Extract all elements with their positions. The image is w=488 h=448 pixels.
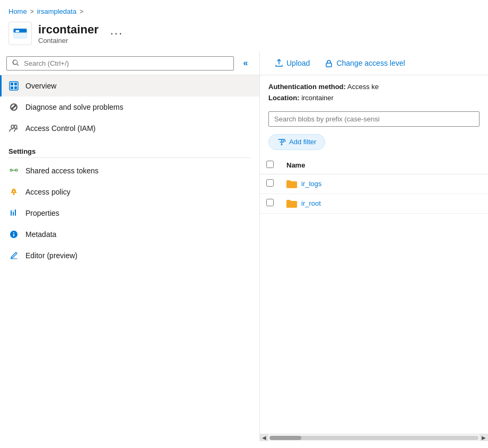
blob-search-input[interactable] xyxy=(268,111,480,127)
shared-access-icon xyxy=(8,165,19,176)
scroll-track xyxy=(269,436,478,440)
settings-divider xyxy=(8,157,251,158)
select-all-checkbox[interactable] xyxy=(266,161,274,168)
page-header: ircontainer Container ··· xyxy=(0,20,488,51)
sidebar-item-metadata[interactable]: Metadata xyxy=(0,224,259,245)
file-name-wrapper: ir_root xyxy=(286,198,482,209)
lock-icon xyxy=(325,59,333,67)
breadcrumb: Home > irsampledata > xyxy=(0,0,488,20)
change-access-label: Change access level xyxy=(336,59,405,67)
auth-method-value: Access ke xyxy=(347,83,379,91)
blob-search-area xyxy=(260,108,488,131)
upload-icon xyxy=(275,59,283,67)
sidebar: « Overview Diag xyxy=(0,51,260,441)
row-checkbox[interactable] xyxy=(266,199,274,206)
sidebar-item-diagnose-label: Diagnose and solve problems xyxy=(25,103,123,111)
upload-button[interactable]: Upload xyxy=(268,56,316,71)
location-label: Location: xyxy=(268,94,300,102)
horizontal-scrollbar[interactable]: ◀ ▶ xyxy=(260,434,488,441)
svg-point-12 xyxy=(13,191,14,192)
properties-icon xyxy=(8,208,19,218)
main-layout: « Overview Diag xyxy=(0,51,488,441)
svg-rect-8 xyxy=(14,86,17,89)
sidebar-item-iam-label: Access Control (IAM) xyxy=(25,124,95,133)
change-access-button[interactable]: Change access level xyxy=(318,56,411,71)
svg-rect-18 xyxy=(13,234,14,236)
row-name-cell: ir_logs xyxy=(280,174,488,194)
sidebar-item-properties[interactable]: Properties xyxy=(0,203,259,224)
metadata-icon xyxy=(8,229,19,240)
diagnose-icon xyxy=(8,102,19,112)
toolbar: Upload Change access level xyxy=(260,51,488,75)
page-subtitle: Container xyxy=(38,37,99,45)
sidebar-item-overview-label: Overview xyxy=(25,82,56,90)
svg-rect-19 xyxy=(13,232,14,233)
container-icon xyxy=(8,22,32,45)
location-value: ircontainer xyxy=(301,94,334,102)
search-input[interactable] xyxy=(24,59,228,67)
breadcrumb-home[interactable]: Home xyxy=(8,7,27,15)
breadcrumb-sep2: > xyxy=(80,8,83,15)
file-name[interactable]: ir_logs xyxy=(301,180,321,188)
more-options-button[interactable]: ··· xyxy=(106,24,127,42)
filter-icon xyxy=(277,138,286,146)
search-icon xyxy=(12,59,20,67)
search-bar: « xyxy=(0,51,259,75)
page-title: ircontainer xyxy=(38,23,99,37)
scroll-thumb[interactable] xyxy=(269,436,301,440)
overview-icon xyxy=(8,81,19,91)
auth-method-label: Authentication method: xyxy=(268,83,346,91)
sidebar-item-iam[interactable]: Access Control (IAM) xyxy=(0,118,259,139)
folder-icon xyxy=(286,198,297,209)
svg-rect-16 xyxy=(11,210,16,210)
table-name-header: Name xyxy=(280,156,488,174)
row-checkbox-cell xyxy=(260,174,280,194)
scroll-left-arrow[interactable]: ◀ xyxy=(260,434,268,442)
iam-icon xyxy=(8,123,19,134)
breadcrumb-sep1: > xyxy=(30,8,34,15)
collapse-button[interactable]: « xyxy=(238,56,253,71)
table-row[interactable]: ir_root xyxy=(260,194,488,213)
add-filter-button[interactable]: Add filter xyxy=(268,134,325,150)
file-name[interactable]: ir_root xyxy=(301,199,321,207)
header-text: ircontainer Container xyxy=(38,23,99,45)
file-table: Name ir_logs xyxy=(260,156,488,434)
sidebar-item-shared-access-label: Shared access tokens xyxy=(25,166,99,175)
row-name-cell: ir_root xyxy=(280,194,488,213)
svg-rect-3 xyxy=(15,30,19,32)
svg-rect-13 xyxy=(11,210,12,216)
editor-icon xyxy=(8,250,19,261)
search-wrapper xyxy=(6,56,234,71)
svg-rect-11 xyxy=(13,193,15,195)
row-checkbox-cell xyxy=(260,194,280,213)
svg-rect-6 xyxy=(11,86,13,89)
upload-label: Upload xyxy=(286,59,310,67)
sidebar-item-properties-label: Properties xyxy=(25,209,59,217)
scroll-right-arrow[interactable]: ▶ xyxy=(480,434,488,442)
add-filter-label: Add filter xyxy=(289,138,316,146)
sidebar-item-metadata-label: Metadata xyxy=(25,230,56,239)
content-panel: Upload Change access level Authenticatio… xyxy=(260,51,488,441)
svg-rect-14 xyxy=(13,212,14,216)
sidebar-item-access-policy-label: Access policy xyxy=(25,188,71,196)
settings-section-header: Settings xyxy=(0,139,259,157)
sidebar-item-editor[interactable]: Editor (preview) xyxy=(0,245,259,266)
sidebar-item-overview[interactable]: Overview xyxy=(0,75,259,96)
sidebar-item-editor-label: Editor (preview) xyxy=(25,251,77,260)
table-select-all-header xyxy=(260,156,280,174)
table-row[interactable]: ir_logs xyxy=(260,174,488,194)
auth-info: Authentication method: Access ke Locatio… xyxy=(260,75,488,108)
svg-rect-20 xyxy=(326,63,332,67)
breadcrumb-storage[interactable]: irsampledata xyxy=(37,7,76,15)
file-name-wrapper: ir_logs xyxy=(286,179,482,189)
sidebar-item-diagnose[interactable]: Diagnose and solve problems xyxy=(0,96,259,118)
sidebar-item-shared-access-tokens[interactable]: Shared access tokens xyxy=(0,160,259,181)
folder-icon xyxy=(286,179,297,189)
filter-section: Add filter xyxy=(260,131,488,156)
row-checkbox[interactable] xyxy=(266,179,274,187)
svg-rect-5 xyxy=(11,83,13,85)
svg-rect-7 xyxy=(14,83,17,85)
sidebar-item-access-policy[interactable]: Access policy xyxy=(0,181,259,203)
access-policy-icon xyxy=(8,187,19,197)
